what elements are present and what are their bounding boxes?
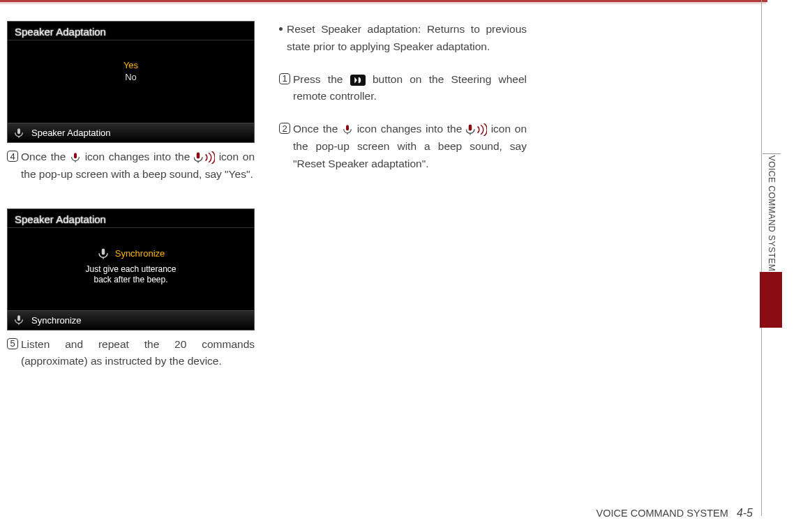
microphone-small-icon xyxy=(70,151,81,164)
footer-section: VOICE COMMAND SYSTEM xyxy=(596,508,728,519)
screenshot2-footer: Synchronize xyxy=(8,310,254,330)
step-1-text: Press the button on the Steering wheel r… xyxy=(293,71,527,106)
step-number-2: 2 xyxy=(279,123,290,134)
side-tab-label: VOICE COMMAND SYSTEM xyxy=(767,155,776,271)
bullet-reset-text: Reset Speaker adaptation: Returns to pre… xyxy=(287,21,527,56)
bullet-reset: Reset Speaker adaptation: Returns to pre… xyxy=(279,21,527,56)
step-1: 1 Press the button on the Steering wheel… xyxy=(279,71,527,106)
column-right: Reset Speaker adaptation: Returns to pre… xyxy=(279,21,527,370)
microphone-small-icon xyxy=(342,123,353,136)
screenshot1-footer: Speaker Adaptation xyxy=(8,123,254,142)
side-tab-label-wrap: VOICE COMMAND SYSTEM xyxy=(763,153,781,272)
microphone-beep-icon xyxy=(194,151,215,164)
microphone-icon xyxy=(97,248,110,260)
option-yes: Yes xyxy=(8,60,254,70)
column-left: Speaker Adaptation Yes No Speaker Adapta… xyxy=(7,21,255,370)
step-4-text: Once the icon changes into the icon on t… xyxy=(21,149,255,183)
step-5-text: Listen and repeat the 20 commands (appro… xyxy=(21,336,255,371)
step-number-5: 5 xyxy=(7,338,18,349)
microphone-icon xyxy=(13,314,24,326)
step-number-1: 1 xyxy=(279,73,290,84)
option-no: No xyxy=(8,72,254,82)
sync-label: Synchronize xyxy=(115,248,165,259)
screenshot1-footer-label: Speaker Adaptation xyxy=(31,128,110,138)
screenshot1-title: Speaker Adaptation xyxy=(15,26,106,38)
top-accent-bar xyxy=(0,0,767,2)
microphone-icon xyxy=(13,128,24,139)
screenshot-speaker-adaptation-yesno: Speaker Adaptation Yes No Speaker Adapta… xyxy=(7,21,255,143)
side-tab-accent xyxy=(760,272,782,328)
step-2: 2 Once the icon changes into the icon on… xyxy=(279,121,527,172)
page-columns: Speaker Adaptation Yes No Speaker Adapta… xyxy=(7,21,544,370)
side-tab: VOICE COMMAND SYSTEM xyxy=(761,0,782,516)
footer-page-number: 4-5 xyxy=(737,507,753,519)
screenshot2-title: Speaker Adaptation xyxy=(15,213,106,225)
screenshot-synchronize: Speaker Adaptation Synchronize Just give… xyxy=(7,208,255,330)
bullet-dot-icon xyxy=(279,27,283,31)
step-number-4: 4 xyxy=(7,151,18,162)
step-2-text: Once the icon changes into the icon on t… xyxy=(293,121,527,172)
microphone-beep-icon xyxy=(466,123,487,136)
sync-instruction: Just give each utterance back after the … xyxy=(8,264,254,286)
step-5: 5 Listen and repeat the 20 commands (app… xyxy=(7,336,255,371)
screenshot2-footer-label: Synchronize xyxy=(31,315,82,326)
voice-button-icon xyxy=(350,75,366,86)
step-4: 4 Once the icon changes into the icon on… xyxy=(7,149,255,183)
page-footer: VOICE COMMAND SYSTEM 4-5 xyxy=(596,507,753,519)
